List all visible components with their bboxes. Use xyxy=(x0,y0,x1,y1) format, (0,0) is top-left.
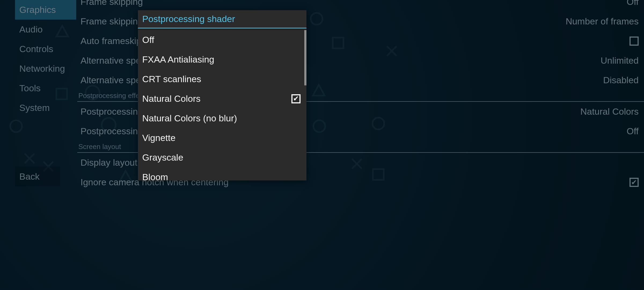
dialog-option-label: Off xyxy=(142,35,154,45)
dialog-option-fxaa[interactable]: FXAA Antialiasing xyxy=(138,50,306,69)
dialog-option-grayscale[interactable]: Grayscale xyxy=(138,148,306,167)
postprocessing-shader-dialog: Postprocessing shader Off FXAA Antialias… xyxy=(138,10,306,180)
dialog-option-natural-colors[interactable]: Natural Colors ✔ xyxy=(138,89,306,108)
dialog-option-crt-scanlines[interactable]: CRT scanlines xyxy=(138,69,306,89)
dialog-option-vignette[interactable]: Vignette xyxy=(138,128,306,148)
dialog-scrollbar[interactable] xyxy=(304,30,306,85)
modal-backdrop[interactable] xyxy=(0,0,644,290)
dialog-option-list[interactable]: Off FXAA Antialiasing CRT scanlines Natu… xyxy=(138,30,306,180)
dialog-option-bloom[interactable]: Bloom xyxy=(138,167,306,180)
dialog-option-label: Bloom xyxy=(142,172,168,180)
dialog-option-label: Natural Colors (no blur) xyxy=(142,113,237,124)
dialog-title: Postprocessing shader xyxy=(138,10,306,28)
dialog-title-label: Postprocessing shader xyxy=(142,14,235,24)
dialog-option-label: CRT scanlines xyxy=(142,74,201,84)
dialog-option-label: Grayscale xyxy=(142,152,183,163)
dialog-option-label: Vignette xyxy=(142,133,175,143)
dialog-option-off[interactable]: Off xyxy=(138,30,306,50)
dialog-option-label: FXAA Antialiasing xyxy=(142,54,214,65)
dialog-option-natural-colors-no-blur[interactable]: Natural Colors (no blur) xyxy=(138,108,306,128)
checkbox-checked-icon: ✔ xyxy=(291,94,301,103)
dialog-option-label: Natural Colors xyxy=(142,93,200,104)
